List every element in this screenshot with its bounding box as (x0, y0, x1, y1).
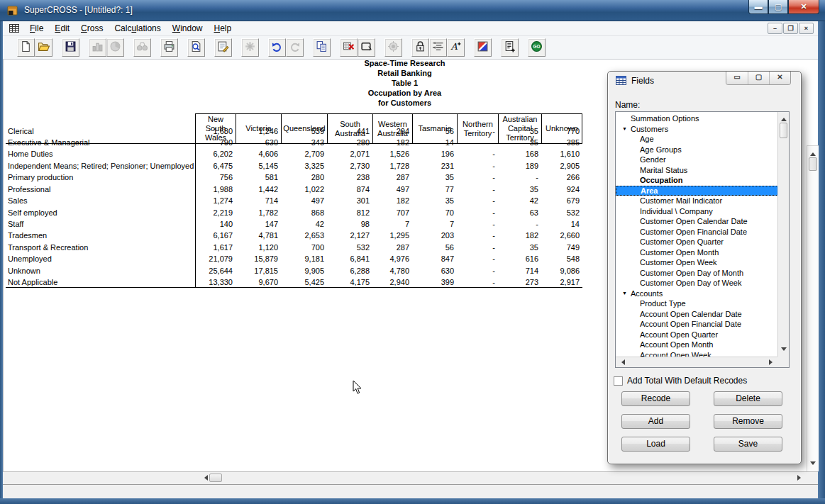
data-cell[interactable]: 1,120 (236, 242, 281, 253)
row-header[interactable]: Primary production (6, 172, 195, 183)
data-cell[interactable]: - (457, 218, 498, 230)
data-cell[interactable]: 4,976 (372, 253, 412, 264)
data-cell[interactable]: 273 (498, 276, 541, 288)
data-cell[interactable]: 2,709 (281, 148, 327, 159)
data-cell[interactable]: 790 (195, 137, 236, 148)
data-cell[interactable]: - (457, 125, 498, 136)
data-cell[interactable]: - (457, 253, 498, 264)
toolbar-new-document-button[interactable] (17, 38, 35, 57)
data-cell[interactable]: 5,145 (236, 160, 281, 172)
data-cell[interactable]: 42 (498, 195, 541, 206)
data-cell[interactable]: - (457, 206, 498, 218)
toolbar-redo-button[interactable] (286, 38, 304, 57)
toolbar-open-file-button[interactable] (35, 38, 52, 57)
data-cell[interactable]: 35 (412, 172, 457, 183)
mdi-document-icon[interactable] (9, 23, 20, 34)
data-cell[interactable]: 749 (541, 242, 582, 253)
data-cell[interactable]: 756 (195, 172, 236, 183)
tree-item-account-open-quarter[interactable]: Account Open Quarter (616, 330, 778, 340)
menu-cross[interactable]: Cross (75, 22, 109, 35)
tree-expand-arrow-icon[interactable]: ▼ (622, 289, 627, 299)
data-cell[interactable]: 1,988 (195, 184, 236, 195)
delete-button[interactable]: Delete (714, 391, 782, 406)
toolbar-print-button[interactable] (160, 38, 178, 57)
toolbar-save-button[interactable] (62, 38, 79, 57)
tree-item-customer-open-week[interactable]: Customer Open Week (616, 257, 778, 268)
data-cell[interactable]: 548 (541, 253, 582, 264)
data-cell[interactable]: 924 (541, 184, 582, 195)
toolbar-find-button[interactable] (133, 38, 151, 57)
tree-item-account-open-financial-date[interactable]: Account Open Financial Date (616, 319, 778, 330)
close-button[interactable]: ✕ (788, 0, 819, 14)
data-cell[interactable]: 4,781 (236, 230, 281, 241)
data-cell[interactable]: 17,815 (236, 264, 281, 276)
toolbar-target-button[interactable] (384, 38, 402, 57)
scroll-left-arrow[interactable] (201, 475, 208, 481)
tree-item-customer-mail-indicator[interactable]: Customer Mail Indicator (616, 196, 778, 206)
data-cell[interactable]: 874 (327, 184, 372, 195)
data-cell[interactable]: 4,606 (236, 148, 281, 159)
toolbar-fields-list-button[interactable] (429, 38, 447, 57)
data-cell[interactable]: 2,940 (372, 276, 412, 288)
toolbar-font-increase-button[interactable]: A (447, 38, 465, 57)
data-cell[interactable]: 13,330 (195, 276, 236, 288)
toolbar-edit-table-button[interactable] (214, 38, 232, 57)
menu-help[interactable]: Help (208, 22, 237, 35)
data-cell[interactable]: - (457, 230, 498, 241)
data-cell[interactable]: - (457, 276, 498, 288)
data-cell[interactable]: 287 (372, 172, 412, 183)
data-cell[interactable]: 868 (281, 206, 327, 218)
tree-item-account-open-calendar-date[interactable]: Account Open Calendar Date (616, 309, 778, 320)
toolbar-copy-button[interactable] (313, 38, 331, 57)
tree-item-occupation[interactable]: Occupation (616, 175, 778, 186)
data-cell[interactable]: 6,475 (195, 160, 236, 172)
row-header[interactable]: Unknown (6, 264, 195, 276)
data-cell[interactable]: 399 (412, 276, 457, 288)
data-cell[interactable]: 2,730 (327, 160, 372, 172)
tree-item-customer-open-calendar-date[interactable]: Customer Open Calendar Date (616, 216, 778, 227)
tree-item-customer-open-quarter[interactable]: Customer Open Quarter (616, 237, 778, 247)
data-cell[interactable]: 5,425 (281, 276, 327, 288)
horizontal-scrollbar[interactable] (199, 472, 807, 484)
listbox-vscroll-thumb[interactable] (780, 123, 787, 138)
row-header[interactable]: Transport & Recreation (6, 242, 195, 253)
data-cell[interactable]: 1,728 (372, 160, 412, 172)
data-cell[interactable]: 343 (281, 137, 327, 148)
maximize-button[interactable]: ▢ (768, 0, 788, 14)
load-button[interactable]: Load (621, 437, 690, 452)
data-cell[interactable]: 6,167 (195, 230, 236, 241)
data-cell[interactable]: 812 (327, 206, 372, 218)
toolbar-bar-chart-button[interactable] (89, 38, 106, 57)
data-cell[interactable]: 77 (412, 184, 457, 195)
data-cell[interactable]: - (457, 160, 498, 172)
toolbar-print-preview-button[interactable] (187, 38, 205, 57)
data-cell[interactable]: 630 (236, 137, 281, 148)
listbox-scroll-up-arrow[interactable] (781, 115, 787, 121)
row-header[interactable]: Sales (6, 195, 195, 206)
data-cell[interactable]: 581 (236, 172, 281, 183)
mdi-close-button[interactable]: × (799, 23, 814, 34)
vertical-scrollbar[interactable] (807, 145, 819, 471)
data-cell[interactable]: 1,680 (195, 125, 236, 136)
tree-item-customer-open-financial-date[interactable]: Customer Open Financial Date (616, 227, 778, 237)
data-cell[interactable]: 1,295 (372, 230, 412, 241)
listbox-scroll-down-arrow[interactable] (781, 347, 787, 354)
data-cell[interactable]: 532 (327, 242, 372, 253)
data-cell[interactable]: 3,325 (281, 160, 327, 172)
fields-listbox[interactable]: Summation Options▼CustomersAgeAge Groups… (615, 111, 790, 368)
toolbar-pie-chart-button[interactable] (106, 38, 124, 57)
data-cell[interactable]: 1,617 (195, 242, 236, 253)
tree-item-account-open-month[interactable]: Account Open Month (616, 340, 778, 350)
data-cell[interactable]: 679 (541, 195, 582, 206)
data-cell[interactable]: 147 (236, 218, 281, 230)
minimize-button[interactable]: ▬ (748, 0, 768, 14)
dialog-minimize-button[interactable]: ▭ (726, 72, 748, 84)
data-cell[interactable]: 616 (498, 253, 541, 264)
data-cell[interactable]: 4,175 (327, 276, 372, 288)
fields-dialog-titlebar[interactable]: Fields ▭ ▢ ✕ (608, 72, 801, 90)
scroll-up-arrow[interactable] (810, 150, 816, 156)
data-cell[interactable]: 7 (412, 218, 457, 230)
tree-item-customer-open-day-of-week[interactable]: Customer Open Day of Week (616, 278, 778, 289)
row-header[interactable]: Not Applicable (6, 276, 195, 288)
data-cell[interactable]: 847 (412, 253, 457, 264)
